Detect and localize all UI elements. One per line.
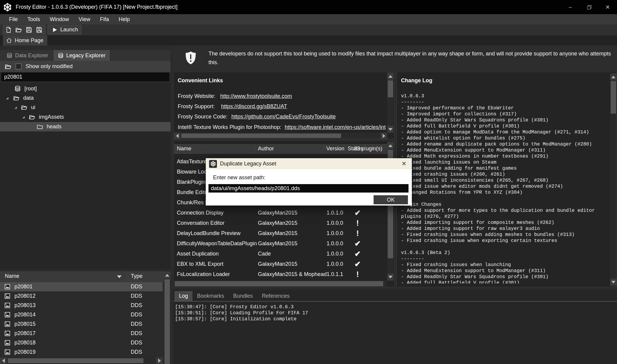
scrollbar-thumb[interactable] [8,358,143,363]
tab-bookmarks[interactable]: Bookmarks [193,291,229,301]
plugin-status-icon: ✔ [353,249,362,258]
tree-item-imgassets[interactable]: imgAssets [0,112,171,122]
new-project-button[interactable] [3,26,14,34]
ok-button[interactable]: OK [374,195,408,204]
scroll-left-button[interactable] [174,133,180,139]
intel-texture-works-link[interactable]: https://software.intel.com/en-us/article… [285,124,386,130]
open-project-button[interactable] [14,26,24,34]
asset-search-input[interactable] [1,73,169,81]
scroll-right-button[interactable] [156,357,163,364]
column-type[interactable]: Type [131,273,143,279]
plugin-row[interactable]: FsLocalization Loader GalaxyMan2015 & Mo… [174,269,387,279]
plugin-row[interactable]: Asset Duplication Cade 1.0.0.0 ✔ [174,249,387,259]
save-project-as-button[interactable] [34,26,44,34]
asset-path-input[interactable] [208,184,409,193]
tree-item-root[interactable]: [root] [0,84,171,93]
scroll-up-button[interactable] [164,271,171,279]
links-title: Convenient Links [178,77,223,84]
sort-descending-icon[interactable] [117,275,122,278]
tab-home-page[interactable]: Home Page [3,35,47,46]
plugin-row[interactable]: DifficultyWeaponTableDataPlugin GalaxyMa… [174,238,387,249]
tab-data-explorer[interactable]: Data Explorer [2,50,52,61]
plugin-name: DifficultyWeaponTableDataPlugin [177,240,257,247]
link-row: Frosty Support: [178,102,215,110]
file-row[interactable]: p208019 DDS [0,347,163,357]
scrollbar-thumb[interactable] [611,81,616,114]
link-label: Frosty Support: [178,103,215,110]
scroll-down-button[interactable] [387,273,394,281]
file-row[interactable]: p208014 DDS [0,310,163,319]
file-list-hscrollbar[interactable] [0,357,163,364]
links-hscrollbar[interactable] [174,133,387,139]
minimize-button[interactable]: – [561,0,580,14]
menu-help[interactable]: Help [114,14,135,24]
file-row[interactable]: p208015 DDS [0,319,163,329]
plugin-row[interactable]: Connection Display GalaxyMan2015 1.0.1.0… [174,208,387,218]
file-name: p208012 [14,293,36,299]
scroll-down-button[interactable] [610,278,617,286]
scrollbar-thumb[interactable] [175,281,383,286]
scroll-down-button[interactable] [387,126,394,133]
tree-item-ui[interactable]: ui [0,103,171,112]
menu-view[interactable]: View [74,14,95,24]
file-row[interactable]: p20801 DDS [0,282,163,291]
tree-item-data[interactable]: data [0,93,171,103]
link-row: Frosty Source Code: [178,113,227,121]
tab-legacy-explorer[interactable]: Legacy Explorer [54,50,110,61]
column-name[interactable]: Name [5,273,19,279]
links-vscrollbar[interactable] [387,73,394,133]
menu-window[interactable]: Window [45,14,74,24]
expander-icon[interactable] [14,106,17,109]
file-row[interactable]: p208012 DDS [0,291,163,301]
show-only-modified-checkbox[interactable] [16,64,21,69]
file-row[interactable]: p208018 DDS [0,338,163,347]
menu-tools[interactable]: Tools [23,14,45,24]
plugins-hscrollbar[interactable] [174,281,387,287]
plugin-row[interactable]: EBX to XML Export GalaxyMan2015 1.0.0.0 … [174,259,387,269]
plugins-column-author[interactable]: Author [258,146,274,152]
file-type: DDS [131,293,142,299]
plugin-version: 1.0.0.0 [327,251,343,257]
expander-icon[interactable] [22,116,25,118]
launch-label: Launch [60,27,78,33]
image-file-icon [4,312,11,318]
file-list-vscrollbar[interactable] [164,271,171,364]
save-project-button[interactable] [24,26,34,34]
plugins-column-version[interactable]: Version [326,146,344,152]
tree-item-heads[interactable]: heads [0,122,171,131]
scroll-left-button[interactable] [0,357,7,364]
scroll-right-button[interactable] [381,133,387,139]
plugin-row[interactable]: DelayLoadBundle Preview GalaxyMan2015 1.… [174,228,387,238]
file-row[interactable]: p208017 DDS [0,329,163,338]
duplicate-legacy-asset-dialog: Duplicate Legacy Asset ✕ Enter new asset… [206,158,412,206]
plugin-row[interactable]: Conversation Editor GalaxyMan2015 1.0.0.… [174,218,387,228]
file-type: DDS [131,284,142,290]
changelog-vscrollbar[interactable] [610,73,617,286]
plugins-column-name[interactable]: Name [177,146,191,152]
scrollbar-thumb[interactable] [164,279,170,364]
frosty-source-link[interactable]: https://github.com/CadeEvs/FrostyToolsui… [231,114,336,120]
launch-button[interactable]: Launch [48,25,83,34]
menu-file[interactable]: File [4,14,23,24]
tab-references[interactable]: References [257,291,294,301]
dialog-close-button[interactable]: ✕ [399,159,409,168]
expander-icon[interactable] [6,97,8,99]
frosty-website-link[interactable]: http://www.frostytoolsuite.com [220,93,292,99]
plugin-status-icon: ✔ [353,239,362,248]
close-button[interactable]: ✕ [598,0,617,14]
scroll-up-button[interactable] [387,142,394,149]
explorer-panel: Data Explorer Legacy Explorer Show only … [0,46,171,364]
file-row[interactable]: p208013 DDS [0,301,163,310]
scrollbar-thumb[interactable] [388,80,393,97]
tab-bundles[interactable]: Bundles [229,291,257,301]
scroll-up-button[interactable] [610,73,617,80]
scroll-up-button[interactable] [387,73,394,80]
menu-fifa[interactable]: Fifa [95,14,114,24]
frosty-support-link[interactable]: https://discord.gg/sB8ZUAT [221,103,287,110]
restore-button[interactable] [580,0,598,14]
tab-log[interactable]: Log [174,291,193,301]
scrollbar-thumb[interactable] [181,133,341,138]
file-name: p208015 [14,321,36,327]
plugin-name: Conversation Editor [177,220,224,226]
plugin-version: 1.0.0.0 [327,230,343,237]
